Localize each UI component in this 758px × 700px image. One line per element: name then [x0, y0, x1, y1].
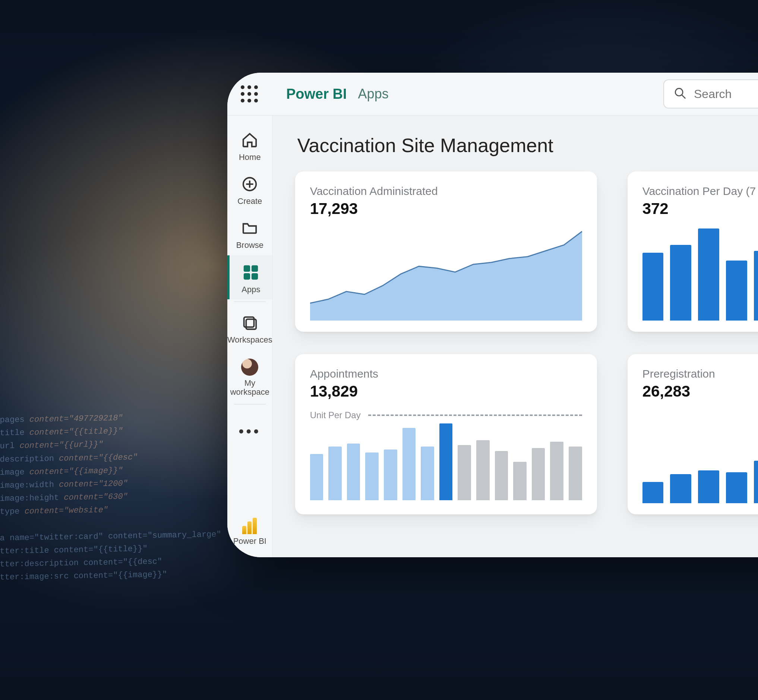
bar [310, 454, 323, 500]
bar [495, 451, 508, 500]
search-input[interactable] [694, 87, 758, 101]
search-box[interactable] [663, 80, 758, 108]
nav-browse[interactable]: Browse [227, 211, 272, 255]
card-appointments[interactable]: Appointments 13,829 Unit Per Day [295, 354, 597, 514]
plus-circle-icon [240, 175, 259, 194]
card-value: 17,293 [310, 200, 582, 218]
bar [754, 461, 758, 503]
brand-title: Power BI [286, 86, 347, 102]
card-vaccination-per-day[interactable]: Vaccination Per Day (7 Da 372 [628, 172, 758, 332]
nav-apps[interactable]: Apps [227, 255, 272, 299]
home-icon [240, 130, 259, 150]
powerbi-logo-icon [242, 518, 257, 534]
bar [476, 440, 490, 500]
bar [569, 447, 582, 500]
svg-rect-5 [245, 266, 249, 270]
bar-chart [643, 223, 758, 320]
avatar-icon [241, 359, 258, 376]
card-title: Vaccination Per Day (7 Da [643, 185, 758, 198]
card-value: 26,283 [643, 383, 758, 400]
nav-label: Browse [236, 241, 264, 250]
bar [754, 251, 758, 320]
nav-label: Workspaces [227, 336, 272, 344]
bar [726, 472, 747, 503]
nav-label: My workspace [227, 379, 272, 397]
bar [402, 428, 416, 500]
nav-create[interactable]: Create [227, 167, 272, 211]
folder-icon [240, 219, 259, 238]
report-canvas: Vaccination Site Management Vaccination … [273, 116, 758, 557]
card-title: Vaccination Administrated [310, 185, 582, 198]
nav-label: Home [239, 153, 261, 162]
bar [458, 445, 471, 500]
card-value: 13,829 [310, 383, 582, 400]
bar [670, 245, 691, 320]
area-chart [310, 223, 582, 320]
bar [421, 447, 434, 500]
section-title: Apps [358, 86, 389, 102]
bar [532, 448, 545, 500]
svg-point-0 [675, 88, 683, 96]
topbar: Power BI Apps [227, 73, 758, 116]
card-value: 372 [643, 200, 758, 218]
bar [365, 453, 379, 500]
sidenav: Home Create Browse Apps [227, 116, 273, 557]
app-launcher-icon[interactable] [239, 83, 260, 105]
nav-separator [234, 404, 265, 405]
svg-line-1 [682, 95, 685, 98]
nav-product-label: Power BI [233, 536, 267, 546]
chart-sublabel: Unit Per Day [310, 410, 361, 420]
nav-product[interactable]: Power BI [233, 518, 267, 546]
bar [643, 253, 664, 320]
card-title: Appointments [310, 367, 582, 380]
card-preregistration[interactable]: Preregistration 26,283 [628, 354, 758, 514]
svg-rect-7 [245, 273, 249, 278]
bar [439, 423, 453, 500]
svg-rect-6 [252, 266, 257, 270]
bar [670, 474, 691, 503]
nav-more-icon[interactable]: ••• [239, 423, 261, 440]
nav-home[interactable]: Home [227, 123, 272, 167]
bar-chart [643, 406, 758, 503]
bar [643, 482, 664, 503]
bar [328, 447, 342, 500]
powerbi-window: Power BI Apps Home Create [227, 73, 758, 557]
workspaces-icon [240, 313, 259, 333]
svg-rect-8 [252, 273, 257, 278]
bar [384, 450, 397, 500]
card-vaccination-administrated[interactable]: Vaccination Administrated 17,293 [295, 172, 597, 332]
nav-label: Create [237, 197, 262, 206]
bar-chart: Unit Per Day [310, 410, 582, 503]
nav-my-workspace[interactable]: My workspace [227, 350, 272, 402]
search-icon [674, 87, 686, 101]
bar [550, 442, 563, 500]
bar [698, 470, 719, 503]
apps-icon [241, 263, 260, 282]
threshold-line [368, 414, 582, 416]
card-title: Preregistration [643, 367, 758, 380]
bar [513, 462, 527, 500]
bar [698, 228, 719, 320]
card-grid: Vaccination Administrated 17,293 Vaccina… [295, 172, 758, 514]
bar [347, 444, 360, 500]
nav-separator [234, 302, 265, 302]
nav-workspaces[interactable]: Workspaces [227, 306, 272, 350]
bar [726, 261, 747, 320]
nav-label: Apps [242, 285, 260, 294]
page-title: Vaccination Site Management [297, 134, 758, 156]
